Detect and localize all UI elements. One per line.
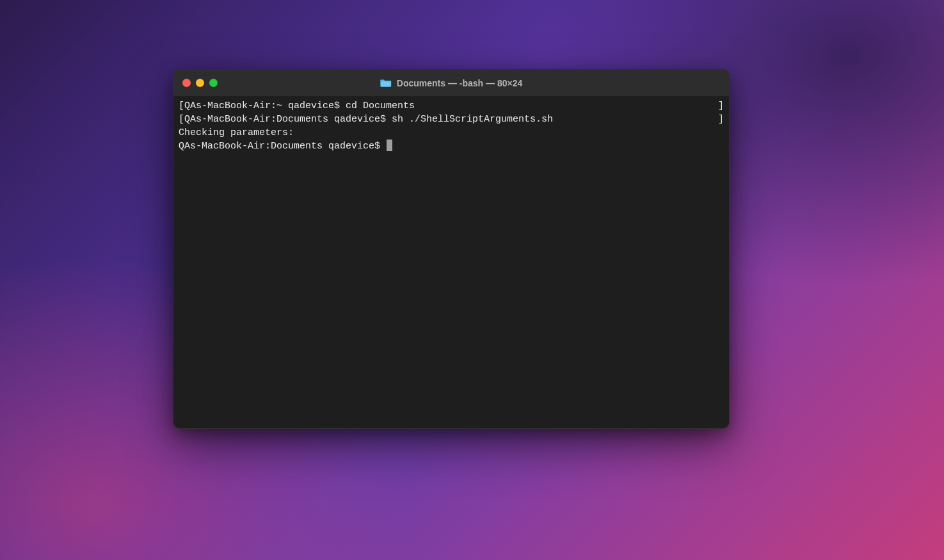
window-title: Documents — -bash — 80×24 xyxy=(397,78,522,88)
line-bracket-right: ] xyxy=(718,99,724,113)
titlebar-title-group: Documents — -bash — 80×24 xyxy=(380,78,522,88)
titlebar[interactable]: Documents — -bash — 80×24 xyxy=(173,70,729,97)
traffic-lights xyxy=(182,79,218,87)
line-bracket-left: [ xyxy=(179,100,184,111)
line-bracket-right: ] xyxy=(718,113,724,126)
line-content: Checking parameters: xyxy=(179,127,294,138)
line-bracket-left: [ xyxy=(179,114,184,125)
terminal-line: Checking parameters: xyxy=(179,126,724,140)
terminal-line: [QAs-MacBook-Air:Documents qadevice$ sh … xyxy=(179,113,724,126)
minimize-button[interactable] xyxy=(196,79,204,87)
line-content: QAs-MacBook-Air:Documents qadevice$ xyxy=(179,141,386,152)
line-content: QAs-MacBook-Air:~ qadevice$ cd Documents xyxy=(184,100,415,111)
close-button[interactable] xyxy=(182,79,191,87)
maximize-button[interactable] xyxy=(209,79,218,87)
line-content: QAs-MacBook-Air:Documents qadevice$ sh .… xyxy=(184,114,553,125)
cursor xyxy=(387,140,392,151)
terminal-window: Documents — -bash — 80×24 [QAs-MacBook-A… xyxy=(173,69,730,429)
folder-icon xyxy=(380,78,392,88)
terminal-line: QAs-MacBook-Air:Documents qadevice$ xyxy=(179,140,724,153)
terminal-body[interactable]: [QAs-MacBook-Air:~ qadevice$ cd Document… xyxy=(173,97,729,428)
terminal-line: [QAs-MacBook-Air:~ qadevice$ cd Document… xyxy=(179,99,724,113)
